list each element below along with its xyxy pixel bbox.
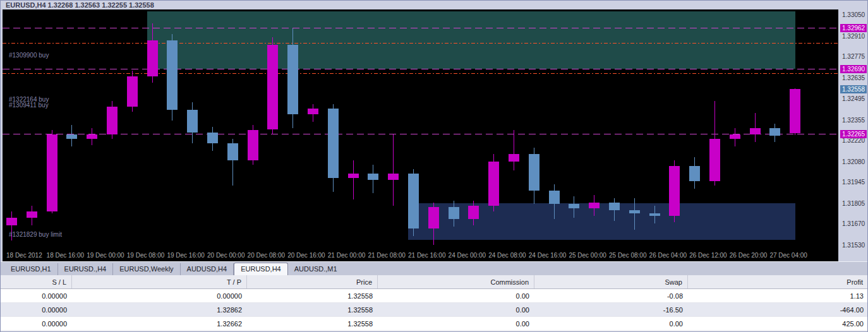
time-axis-label: 21 Dec 16:00 bbox=[408, 252, 446, 259]
candle bbox=[167, 40, 178, 110]
time-axis-label: 18 Dec 16:00 bbox=[47, 252, 85, 259]
table-cell: -16.50 bbox=[534, 303, 688, 316]
chart-tab-eurusd-h4[interactable]: EURUSD,H4 bbox=[234, 263, 288, 276]
time-axis-label: 24 Dec 00:00 bbox=[449, 252, 486, 259]
time-axis-label: 20 Dec 00:00 bbox=[207, 252, 245, 259]
candle bbox=[769, 128, 780, 136]
candle bbox=[248, 130, 258, 160]
order-annotation: #1309900 buy bbox=[9, 52, 49, 59]
table-cell: 425.00 bbox=[688, 317, 868, 330]
column-header: Swap bbox=[534, 275, 688, 288]
order-annotation: #1309411 buy bbox=[9, 102, 49, 109]
table-cell: 1.32558 bbox=[247, 289, 378, 302]
candle bbox=[750, 128, 761, 134]
candle bbox=[187, 110, 198, 133]
candle bbox=[308, 109, 318, 115]
time-axis-label: 26 Dec 04:00 bbox=[649, 252, 687, 259]
candle bbox=[87, 134, 97, 139]
column-header: S / L bbox=[1, 275, 72, 288]
chart-tab-audusd-h4[interactable]: AUDUSD,H4 bbox=[181, 263, 234, 275]
candle bbox=[227, 143, 238, 160]
demand-zone bbox=[408, 203, 795, 240]
chart-tab-eurusd-weekly[interactable]: EURUSD,Weekly bbox=[113, 263, 180, 275]
candle bbox=[368, 174, 378, 180]
time-axis-label: 27 Dec 04:00 bbox=[769, 252, 807, 259]
time-axis-label: 26 Dec 20:00 bbox=[730, 252, 768, 259]
chart-tab-bar: EURUSD,H1EURUSD.,H4EURUSD,WeeklyAUDUSD,H… bbox=[1, 261, 868, 275]
candle bbox=[709, 139, 720, 181]
chart-tab-audusd-m1[interactable]: AUDUSD.,M1 bbox=[288, 263, 344, 275]
time-axis-label: 20 Dec 08:00 bbox=[248, 252, 286, 259]
candle bbox=[287, 45, 298, 114]
time-axis-label: 26 Dec 12:00 bbox=[689, 252, 727, 259]
price-tick-label: 1.31670 bbox=[842, 220, 865, 227]
supply-zone bbox=[147, 11, 795, 69]
candle bbox=[509, 154, 519, 162]
price-tick-label: 1.32495 bbox=[842, 95, 865, 102]
table-cell: -0.08 bbox=[534, 289, 688, 302]
table-cell: 1.13 bbox=[688, 289, 868, 302]
time-axis-label: 21 Dec 08:00 bbox=[368, 252, 406, 259]
candle bbox=[730, 134, 740, 139]
column-header: Commission bbox=[378, 275, 534, 288]
price-tag: 1.32690 bbox=[840, 65, 867, 73]
price-tick-label: 1.32355 bbox=[842, 117, 865, 124]
table-cell: 0.00000 bbox=[1, 303, 72, 316]
table-cell: 0.00000 bbox=[1, 317, 72, 330]
candle bbox=[428, 207, 439, 228]
table-cell: 0.00000 bbox=[1, 289, 72, 302]
candle bbox=[328, 109, 339, 178]
price-line bbox=[3, 69, 838, 69]
order-row[interactable]: 0.000001.328621.325580.00-16.50-464.00 bbox=[1, 303, 868, 317]
price-line bbox=[3, 73, 838, 74]
price-tick-label: 1.32910 bbox=[842, 33, 865, 40]
time-axis-label: 18 Dec 2012 bbox=[6, 252, 42, 259]
orders-table-body: 0.000000.000001.325580.00-0.081.130.0000… bbox=[1, 289, 868, 331]
candle bbox=[549, 191, 560, 205]
time-axis-label: 21 Dec 00:00 bbox=[328, 252, 366, 259]
time-axis-label: 24 Dec 16:00 bbox=[529, 252, 567, 259]
price-tick-label: 1.32220 bbox=[842, 137, 865, 144]
time-axis-label: 25 Dec 08:00 bbox=[609, 252, 647, 259]
table-cell: 0.00 bbox=[534, 317, 688, 330]
table-cell: 1.32558 bbox=[247, 317, 378, 330]
order-annotation: #1321829 buy limit bbox=[9, 231, 62, 238]
price-line bbox=[3, 43, 838, 44]
candle-wick bbox=[353, 160, 354, 199]
candle bbox=[689, 166, 700, 181]
price-tag: 1.32962 bbox=[840, 24, 867, 32]
candle bbox=[267, 45, 278, 129]
candle bbox=[6, 218, 17, 225]
price-line bbox=[3, 28, 838, 28]
table-cell: 1.32558 bbox=[247, 303, 378, 316]
candle bbox=[207, 133, 218, 143]
candle bbox=[468, 206, 479, 220]
mt4-window: EURUSD,H4 1.32268 1.32563 1.32255 1.3255… bbox=[0, 0, 868, 332]
candle bbox=[449, 207, 459, 219]
time-axis-label: 25 Dec 00:00 bbox=[569, 252, 606, 259]
candle bbox=[649, 213, 660, 216]
order-row[interactable]: 0.000001.326621.325580.000.00425.00 bbox=[1, 317, 868, 331]
candle bbox=[66, 134, 77, 139]
candle bbox=[107, 107, 118, 134]
chart-ohlc-info: EURUSD,H4 1.32268 1.32563 1.32255 1.3255… bbox=[6, 1, 154, 9]
orders-table-header: S / LT / PPriceCommissionSwapProfit bbox=[1, 275, 868, 289]
price-tick-label: 1.32635 bbox=[842, 74, 865, 81]
candle bbox=[388, 174, 399, 180]
candle bbox=[27, 211, 37, 218]
chart-tab-eurusd-h4[interactable]: EURUSD.,H4 bbox=[58, 263, 114, 275]
price-axis[interactable]: 1.330501.329101.327751.326351.324951.323… bbox=[839, 1, 868, 261]
candle bbox=[147, 40, 158, 77]
candle bbox=[569, 204, 579, 208]
price-tick-label: 1.33050 bbox=[842, 11, 865, 18]
candle bbox=[348, 174, 359, 178]
price-tag: 1.32265 bbox=[840, 130, 867, 138]
candle bbox=[127, 76, 138, 107]
order-row[interactable]: 0.000000.000001.325580.00-0.081.13 bbox=[1, 289, 868, 303]
candle bbox=[529, 154, 539, 191]
chart-area[interactable]: #1309900 buy#1322164 buy#1309411 buy#132… bbox=[3, 9, 838, 261]
time-axis-label: 20 Dec 16:00 bbox=[287, 252, 325, 259]
chart-tab-eurusd-h1[interactable]: EURUSD,H1 bbox=[4, 263, 58, 275]
table-cell: 0.00000 bbox=[72, 289, 247, 302]
price-line bbox=[3, 134, 838, 134]
